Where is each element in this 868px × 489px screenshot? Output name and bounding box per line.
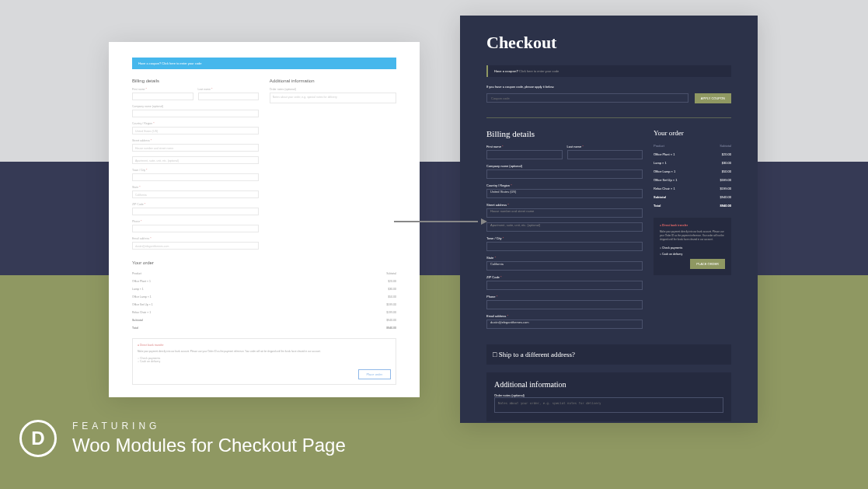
phone-label: Phone * [132,220,259,223]
email-input[interactable]: dustin@elegantthemes.com [132,242,259,250]
checkout-title: Checkout [486,33,731,53]
addl-heading: Additional information [494,380,723,389]
pay-bank[interactable]: Direct bank transfer [660,224,725,227]
subtotal-row: Subtotal$940.00 [654,193,731,201]
street-label: Street address * [132,139,259,142]
coupon-banner[interactable]: Have a coupon? Click here to enter your … [132,58,396,69]
pay-bank[interactable]: Direct bank transfer [138,344,391,347]
table-row: Relax Chair × 1$199.00 [132,309,396,316]
phone-input[interactable] [486,300,643,309]
ship-different-toggle[interactable]: Ship to a different address? [486,344,731,365]
zip-input[interactable] [132,208,259,215]
town-label: Town / City * [132,169,259,172]
state-select[interactable]: California [132,190,259,198]
town-label: Town / City * [486,236,643,240]
pay-bank-desc: Make your payment directly into our bank… [138,350,391,354]
town-input[interactable] [486,242,643,251]
payment-box: Direct bank transfer Make your payment d… [654,218,731,275]
billing-heading: Billing details [132,79,259,83]
zip-label: ZIP Code * [486,275,643,279]
table-row: Office Lamp × 1$50.00 [132,293,396,301]
footer-eyebrow: FEATURING [72,421,346,431]
footer: D FEATURING Woo Modules for Checkout Pag… [19,420,346,457]
notes-input[interactable] [494,397,723,413]
pay-cash[interactable]: Cash on delivery [660,253,725,256]
footer-title: Woo Modules for Checkout Page [72,435,346,456]
apt-input[interactable]: Apartment, suite, unit, etc. (optional) [486,222,643,232]
arrow-icon [394,218,487,225]
zip-label: ZIP Code * [132,203,259,206]
pay-check[interactable]: Check payments [660,246,725,250]
coupon-form: If you have a coupon code, please apply … [486,85,731,103]
separator [486,117,731,118]
table-row: Office Plant × 1$20.00 [654,150,731,159]
pay-bank-desc: Make your payment directly into our bank… [660,230,725,242]
table-row: Office Set Up × 1$599.00 [132,301,396,309]
coupon-msg: If you have a coupon code, please apply … [486,85,731,89]
fn-input[interactable] [132,93,193,100]
place-order-button[interactable]: PLACE ORDER [690,259,725,269]
coupon-input[interactable] [486,93,688,103]
zip-input[interactable] [486,281,643,290]
total-row: Total$940.00 [654,201,731,210]
order-header-row: ProductSubtotal [132,270,396,278]
state-label: State * [486,256,643,260]
apply-coupon-button[interactable]: APPLY COUPON [695,93,731,103]
country-label: Country / Region * [486,183,643,187]
street-label: Street address * [486,203,643,207]
additional-info-box: Additional information Order notes (opti… [486,372,731,421]
ln-label: Last name * [198,88,260,91]
place-order-button[interactable]: Place order [358,369,391,379]
notes-label: Order notes (optional) [270,88,396,91]
table-row: Office Set Up × 1$599.00 [654,176,731,184]
phone-label: Phone * [486,295,643,299]
before-card: Have a coupon? Click here to enter your … [109,42,420,397]
divi-logo-icon: D [19,420,57,457]
table-row: Office Lamp × 1$50.00 [654,167,731,176]
total-row: Total$940.00 [132,324,396,332]
company-input[interactable] [486,169,643,179]
order-heading: Your order [654,129,731,137]
state-select[interactable]: California [486,261,643,271]
country-label: Country / Region * [132,122,259,125]
coupon-banner[interactable]: Have a coupon? Click here to enter your … [486,65,731,77]
email-label: Email address * [486,314,643,318]
street-input[interactable]: House number and street name [486,208,643,218]
fn-input[interactable] [486,150,563,159]
email-label: Email address * [132,237,259,240]
apt-input[interactable]: Apartment, suite, unit, etc. (optional) [132,156,259,164]
town-input[interactable] [132,173,259,181]
table-row: Lamp × 1$30.00 [132,285,396,293]
table-row: Office Plant × 1$20.00 [132,278,396,285]
street-input[interactable]: House number and street name [132,144,259,152]
after-card: Checkout Have a coupon? Click here to en… [460,16,758,423]
order-header-row: ProductSubtotal [654,141,731,150]
company-label: Company name (optional) [132,105,259,108]
email-input[interactable]: dustin@elegantthemes.com [486,320,643,329]
fn-label: First name * [486,145,563,148]
company-label: Company name (optional) [486,164,643,168]
state-label: State * [132,186,259,189]
country-select[interactable]: United States (US) [132,127,259,134]
table-row: Lamp × 1$30.00 [654,159,731,167]
order-heading: Your order [132,260,396,265]
ln-input[interactable] [198,93,260,100]
ln-input[interactable] [567,150,643,159]
payment-box: Direct bank transfer Make your payment d… [132,338,396,385]
fn-label: First name * [132,88,193,91]
ln-label: Last name * [567,145,643,148]
table-row: Relax Chair × 1$199.00 [654,184,731,193]
country-select[interactable]: United States (US) [486,189,643,198]
notes-input[interactable]: Notes about your order, e.g. special not… [270,93,396,103]
addl-heading: Additional information [270,79,396,83]
company-input[interactable] [132,110,259,117]
billing-heading: Billing details [486,129,643,138]
pay-cash[interactable]: Cash on delivery [138,360,391,363]
subtotal-row: Subtotal$940.00 [132,316,396,324]
phone-input[interactable] [132,225,259,232]
